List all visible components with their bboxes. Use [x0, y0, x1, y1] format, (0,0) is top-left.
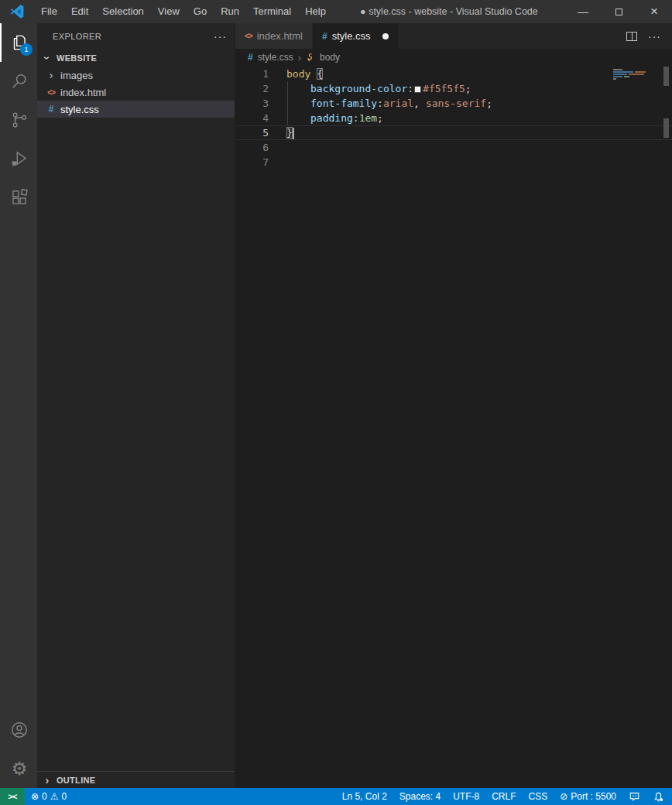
- menu-selection[interactable]: Selection: [95, 0, 150, 23]
- remote-indicator[interactable]: ><: [0, 788, 25, 805]
- css-value: 1em: [359, 112, 377, 124]
- overview-ruler-marker: [663, 67, 669, 86]
- comma: ,: [413, 98, 420, 109]
- breadcrumb: # style.css › body: [235, 49, 672, 66]
- error-count: 0: [42, 791, 47, 802]
- explorer-more-actions-button[interactable]: ···: [214, 30, 227, 43]
- port-label: Port : 5500: [571, 791, 616, 802]
- chevron-down-icon: ›: [42, 57, 53, 60]
- file-label: index.html: [60, 87, 106, 98]
- outline-section[interactable]: › OUTLINE: [37, 771, 235, 788]
- close-brace: }: [286, 127, 293, 139]
- file-index-html[interactable]: <> index.html: [37, 84, 235, 101]
- semicolon: ;: [486, 98, 492, 109]
- line-number[interactable]: 1: [235, 68, 269, 80]
- run-debug-icon: [9, 149, 29, 169]
- warning-count: 0: [62, 791, 67, 802]
- bell-icon: [653, 791, 664, 803]
- code-line-5[interactable]: 5}: [235, 125, 672, 140]
- code-line-7[interactable]: 7: [235, 155, 672, 170]
- feedback-icon: [629, 791, 640, 802]
- folder-label: images: [60, 70, 93, 81]
- language-mode-status[interactable]: CSS: [529, 791, 548, 802]
- vscode-window: File Edit Selection View Go Run Terminal…: [0, 0, 672, 805]
- line-number[interactable]: 2: [235, 83, 269, 94]
- problems-status[interactable]: ⊗ 0 ⚠ 0: [25, 791, 73, 802]
- minimap[interactable]: [613, 69, 658, 80]
- account-icon: [9, 720, 29, 740]
- maximize-icon: [615, 9, 622, 15]
- vscode-logo-icon: [0, 4, 34, 19]
- folder-website[interactable]: › WEBSITE: [37, 50, 235, 67]
- menu-go[interactable]: Go: [187, 0, 214, 23]
- split-editor-icon[interactable]: [626, 32, 637, 41]
- tab-index-html[interactable]: <> index.html: [235, 23, 313, 49]
- menu-run[interactable]: Run: [214, 0, 246, 23]
- semicolon: ;: [465, 83, 471, 94]
- code-editor[interactable]: 1body{ 2background-color:#f5f5f5; 3font-…: [235, 66, 672, 788]
- menu-file[interactable]: File: [34, 0, 64, 23]
- code-line-6[interactable]: 6: [235, 140, 672, 155]
- extensions-view-button[interactable]: [0, 178, 37, 217]
- css-value: arial: [383, 98, 413, 109]
- file-label: style.css: [60, 104, 99, 115]
- tab-label: style.css: [332, 30, 371, 42]
- window-controls: — ×: [565, 0, 672, 23]
- explorer-title: EXPLORER: [53, 32, 101, 41]
- line-number[interactable]: 7: [235, 156, 269, 168]
- more-actions-icon[interactable]: ···: [648, 30, 661, 43]
- notifications-button[interactable]: [653, 791, 664, 803]
- code-line-3[interactable]: 3font-family:arial,sans-serif;: [235, 96, 672, 111]
- text-cursor: [293, 128, 294, 139]
- search-view-button[interactable]: [0, 62, 37, 101]
- tab-style-css[interactable]: # style.css: [313, 23, 399, 49]
- menu-edit[interactable]: Edit: [64, 0, 95, 23]
- minimize-button[interactable]: —: [565, 0, 601, 23]
- menu-help[interactable]: Help: [298, 0, 333, 23]
- editor-group: <> index.html # style.css ··· # style.cs…: [235, 23, 672, 788]
- outline-label: OUTLINE: [57, 776, 95, 785]
- css-file-icon: #: [49, 104, 54, 115]
- menu-terminal[interactable]: Terminal: [246, 0, 298, 23]
- settings-button[interactable]: ⚙: [0, 749, 37, 788]
- eol-status[interactable]: CRLF: [492, 791, 516, 802]
- breadcrumb-file[interactable]: style.css: [258, 52, 293, 63]
- css-value: sans-serif: [426, 98, 486, 109]
- indentation-status[interactable]: Spaces: 4: [399, 791, 441, 802]
- line-number[interactable]: 3: [235, 98, 269, 109]
- run-debug-view-button[interactable]: [0, 139, 37, 178]
- breadcrumb-symbol[interactable]: body: [320, 52, 340, 63]
- status-bar: >< ⊗ 0 ⚠ 0 Ln 5, Col 2 Spaces: 4 UTF-8 C…: [0, 788, 672, 805]
- modified-dot-icon[interactable]: [382, 33, 389, 39]
- activity-bar: 1: [0, 23, 37, 788]
- menu-view[interactable]: View: [151, 0, 187, 23]
- close-button[interactable]: ×: [636, 0, 672, 23]
- cursor-position-status[interactable]: Ln 5, Col 2: [342, 791, 387, 802]
- line-number[interactable]: 6: [235, 142, 269, 153]
- file-style-css[interactable]: # style.css: [37, 101, 235, 118]
- encoding-status[interactable]: UTF-8: [453, 791, 479, 802]
- folder-images[interactable]: › images: [37, 67, 235, 84]
- source-control-view-button[interactable]: [0, 101, 37, 139]
- editor-actions: ···: [626, 23, 672, 49]
- maximize-button[interactable]: [601, 0, 636, 23]
- error-icon: ⊗: [31, 791, 39, 802]
- line-number[interactable]: 4: [235, 112, 269, 124]
- code-line-1[interactable]: 1body{: [235, 67, 672, 81]
- css-value: #f5f5f5: [423, 83, 465, 94]
- chevron-right-icon: ›: [50, 70, 53, 80]
- gear-icon: ⚙: [12, 760, 28, 778]
- line-number[interactable]: 5: [235, 127, 269, 139]
- semicolon: ;: [377, 112, 383, 124]
- colon: :: [377, 98, 383, 109]
- code-line-2[interactable]: 2background-color:#f5f5f5;: [235, 81, 672, 96]
- extensions-icon: [9, 187, 29, 207]
- live-server-port-status[interactable]: ⊘ Port : 5500: [560, 791, 616, 802]
- feedback-button[interactable]: [629, 791, 640, 802]
- scrollbar[interactable]: [661, 66, 672, 788]
- code-line-4[interactable]: 4padding:1em;: [235, 111, 672, 125]
- explorer-view-button[interactable]: 1: [0, 23, 37, 62]
- tab-label: index.html: [257, 30, 303, 42]
- accounts-button[interactable]: [0, 711, 37, 749]
- color-swatch[interactable]: [414, 86, 421, 93]
